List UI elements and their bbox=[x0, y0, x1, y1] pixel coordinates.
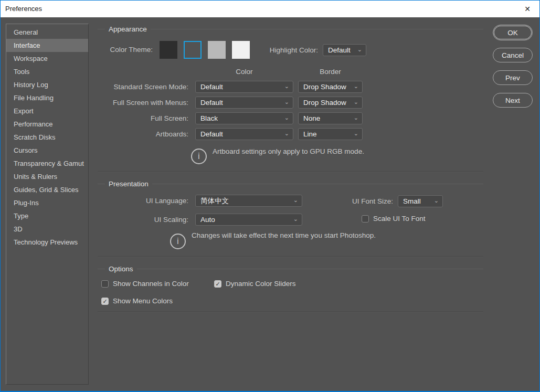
close-icon: ✕ bbox=[524, 5, 531, 13]
dropdown-value: None bbox=[303, 114, 320, 122]
sidebar-item-performance[interactable]: Performance bbox=[6, 118, 88, 131]
ui-font-size-dropdown[interactable]: Small ⌄ bbox=[398, 195, 443, 207]
info-icon-glyph: i bbox=[198, 151, 200, 162]
sidebar-item-3d[interactable]: 3D bbox=[6, 223, 88, 236]
full-screen-border-dropdown[interactable]: None ⌄ bbox=[298, 112, 363, 124]
scale-ui-to-font-label[interactable]: Scale UI To Font bbox=[373, 215, 426, 223]
chevron-down-icon: ⌄ bbox=[293, 197, 298, 204]
chevron-down-icon: ⌄ bbox=[434, 197, 439, 204]
window-title: Preferences bbox=[5, 5, 42, 13]
sidebar-item-label: Transparency & Gamut bbox=[14, 160, 84, 167]
sidebar-item-label: Units & Rulers bbox=[14, 173, 57, 181]
sidebar-item-transparency-gamut[interactable]: Transparency & Gamut bbox=[6, 157, 88, 170]
color-theme-swatch-dark[interactable] bbox=[184, 41, 202, 59]
highlight-color-dropdown[interactable]: Default ⌄ bbox=[323, 44, 366, 56]
artboards-label: Artboards: bbox=[98, 128, 188, 140]
sidebar-item-units-rulers[interactable]: Units & Rulers bbox=[6, 170, 88, 183]
sidebar-item-history-log[interactable]: History Log bbox=[6, 78, 88, 91]
appearance-note: Artboard settings only apply to GPU RGB … bbox=[213, 147, 364, 155]
chevron-down-icon: ⌄ bbox=[284, 130, 289, 137]
appearance-section-title: Appearance bbox=[109, 25, 147, 33]
sidebar-item-scratch-disks[interactable]: Scratch Disks bbox=[6, 131, 88, 144]
info-icon: i bbox=[170, 234, 186, 249]
preferences-window: Preferences ✕ GeneralInterfaceWorkspaceT… bbox=[0, 0, 540, 392]
show-menu-colors-label[interactable]: Show Menu Colors bbox=[113, 297, 173, 305]
sidebar-item-plug-ins[interactable]: Plug-Ins bbox=[6, 196, 88, 209]
sidebar-item-label: Scratch Disks bbox=[14, 133, 55, 141]
section-separator bbox=[98, 171, 483, 172]
check-icon: ✓ bbox=[215, 281, 220, 287]
standard-screen-mode-border-dropdown[interactable]: Drop Shadow ⌄ bbox=[298, 81, 363, 93]
dropdown-value: Line bbox=[303, 130, 317, 138]
titlebar: Preferences ✕ bbox=[1, 1, 539, 17]
ok-button[interactable]: OK bbox=[493, 25, 533, 40]
close-button[interactable]: ✕ bbox=[515, 1, 539, 17]
color-theme-swatch-darkest[interactable] bbox=[160, 41, 177, 59]
sidebar-item-label: Tools bbox=[14, 68, 29, 76]
column-header-border: Border bbox=[298, 68, 363, 76]
artboards-border-dropdown[interactable]: Line ⌄ bbox=[298, 128, 363, 140]
section-separator bbox=[98, 256, 483, 257]
dynamic-color-sliders-label[interactable]: Dynamic Color Sliders bbox=[226, 280, 296, 288]
column-header-color: Color bbox=[195, 68, 293, 76]
chevron-down-icon: ⌄ bbox=[354, 83, 358, 90]
check-icon: ✓ bbox=[102, 299, 107, 304]
sidebar-item-cursors[interactable]: Cursors bbox=[6, 144, 88, 157]
highlight-color-value: Default bbox=[328, 46, 351, 54]
sidebar-item-guides-grid-slices[interactable]: Guides, Grid & Slices bbox=[6, 183, 88, 196]
chevron-down-icon: ⌄ bbox=[354, 130, 358, 137]
full-screen-with-menus-border-dropdown[interactable]: Drop Shadow ⌄ bbox=[298, 97, 363, 109]
highlight-color-label: Highlight Color: bbox=[239, 44, 318, 56]
chevron-down-icon: ⌄ bbox=[284, 114, 289, 121]
options-section-legend: Options bbox=[98, 265, 483, 273]
standard-screen-mode-color-dropdown[interactable]: Default ⌄ bbox=[195, 81, 293, 93]
cancel-button[interactable]: Cancel bbox=[493, 48, 533, 62]
show-channels-in-color-checkbox[interactable]: ✓ bbox=[101, 280, 109, 288]
standard-screen-mode-label: Standard Screen Mode: bbox=[98, 81, 188, 93]
sidebar-item-label: Export bbox=[14, 107, 34, 115]
sidebar-item-label: File Handling bbox=[14, 94, 54, 102]
sidebar-item-workspace[interactable]: Workspace bbox=[6, 52, 88, 65]
sidebar-item-file-handling[interactable]: File Handling bbox=[6, 91, 88, 104]
artboards-color-dropdown[interactable]: Default ⌄ bbox=[195, 128, 293, 140]
info-icon: i bbox=[191, 149, 207, 164]
color-theme-label: Color Theme: bbox=[98, 44, 153, 56]
dynamic-color-sliders-checkbox[interactable]: ✓ bbox=[214, 280, 221, 288]
presentation-section-title: Presentation bbox=[109, 180, 149, 188]
dropdown-value: Default bbox=[200, 83, 223, 91]
prev-button[interactable]: Prev bbox=[493, 70, 533, 85]
dropdown-value: Black bbox=[200, 114, 218, 122]
chevron-down-icon: ⌄ bbox=[293, 216, 298, 223]
sidebar-item-general[interactable]: General bbox=[6, 26, 88, 39]
ui-font-size-label: UI Font Size: bbox=[336, 195, 393, 207]
dropdown-value: Auto bbox=[200, 216, 215, 224]
ui-scaling-dropdown[interactable]: Auto ⌄ bbox=[195, 214, 302, 226]
sidebar-item-label: Technology Previews bbox=[14, 238, 78, 246]
sidebar-item-label: Performance bbox=[14, 120, 52, 128]
full-screen-color-dropdown[interactable]: Black ⌄ bbox=[195, 112, 293, 124]
sidebar-item-technology-previews[interactable]: Technology Previews bbox=[6, 236, 88, 249]
next-button[interactable]: Next bbox=[493, 93, 533, 108]
options-section-title: Options bbox=[109, 265, 133, 273]
full-screen-with-menus-label: Full Screen with Menus: bbox=[98, 97, 188, 109]
show-menu-colors-checkbox[interactable]: ✓ bbox=[101, 298, 109, 305]
chevron-down-icon: ⌄ bbox=[354, 114, 358, 121]
chevron-down-icon: ⌄ bbox=[357, 46, 362, 53]
full-screen-with-menus-color-dropdown[interactable]: Default ⌄ bbox=[195, 97, 293, 109]
show-channels-in-color-label[interactable]: Show Channels in Color bbox=[113, 280, 189, 288]
sidebar-item-label: Guides, Grid & Slices bbox=[14, 186, 79, 194]
sidebar-item-label: Cursors bbox=[14, 146, 38, 154]
sidebar-item-type[interactable]: Type bbox=[6, 209, 88, 223]
color-theme-swatch-light[interactable] bbox=[208, 41, 226, 59]
full-screen-label: Full Screen: bbox=[98, 112, 188, 124]
sidebar-item-tools[interactable]: Tools bbox=[6, 65, 88, 78]
chevron-down-icon: ⌄ bbox=[354, 99, 358, 105]
ui-language-dropdown[interactable]: 简体中文 ⌄ bbox=[195, 195, 302, 207]
dropdown-value: Drop Shadow bbox=[303, 99, 346, 107]
sidebar-item-export[interactable]: Export bbox=[6, 104, 88, 118]
sidebar-item-interface[interactable]: Interface bbox=[6, 39, 88, 52]
appearance-section-legend: Appearance bbox=[98, 25, 483, 33]
dropdown-value: Small bbox=[403, 197, 421, 205]
preferences-sidebar: GeneralInterfaceWorkspaceToolsHistory Lo… bbox=[6, 24, 89, 385]
scale-ui-to-font-checkbox[interactable]: ✓ bbox=[362, 215, 369, 223]
